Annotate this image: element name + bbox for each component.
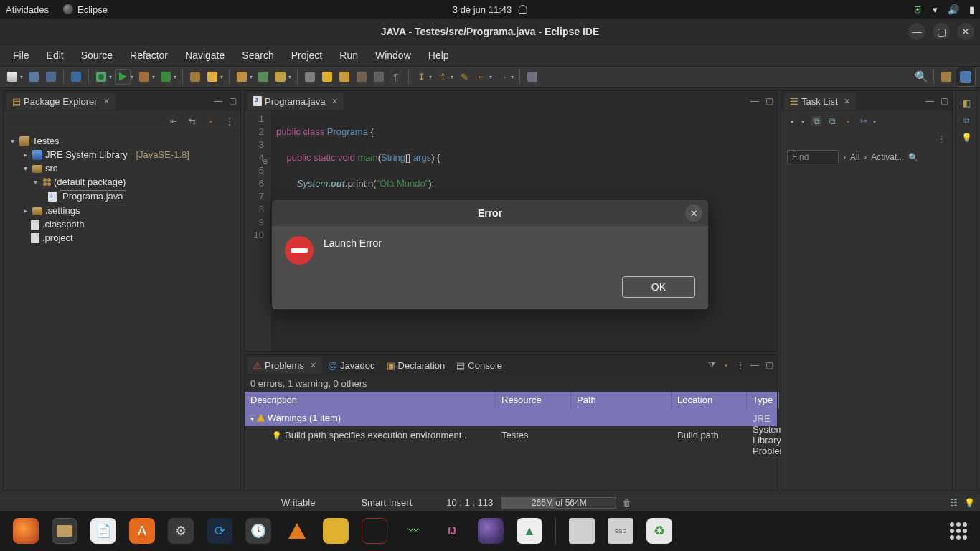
schedule-icon[interactable]: ⧉ bbox=[827, 116, 837, 126]
collapse-icon[interactable]: ✂ bbox=[859, 116, 869, 126]
package-explorer-tree[interactable]: ▾Testes ▸JRE System Library [JavaSE-1.8]… bbox=[4, 131, 240, 248]
pin-editor-button[interactable] bbox=[524, 69, 540, 85]
src-node[interactable]: ▾src bbox=[6, 161, 237, 175]
eclipse-dock-icon[interactable] bbox=[478, 518, 504, 544]
vlc-icon[interactable] bbox=[284, 518, 310, 544]
project-node[interactable]: ▾Testes bbox=[6, 134, 237, 148]
document-icon[interactable]: 📄 bbox=[90, 518, 116, 544]
wand-button[interactable] bbox=[273, 69, 288, 85]
minimize-view-icon[interactable]: — bbox=[750, 96, 760, 106]
debug-button[interactable] bbox=[93, 69, 109, 85]
toggle-mark-button[interactable] bbox=[319, 69, 335, 85]
show-whitespace-button[interactable] bbox=[354, 69, 369, 85]
active-app-menu[interactable]: Eclipse bbox=[63, 4, 108, 15]
table-header[interactable]: Description Resource Path Location Type bbox=[245, 392, 777, 409]
menu-source[interactable]: Source bbox=[72, 47, 121, 64]
collapse-all-icon[interactable]: ⇤ bbox=[169, 116, 179, 126]
skip-breakpoints-button[interactable] bbox=[68, 69, 84, 85]
notes-icon[interactable] bbox=[323, 518, 349, 544]
ssd-icon[interactable]: SSD bbox=[608, 518, 633, 544]
settings-icon[interactable]: ⚙ bbox=[168, 518, 194, 544]
next-annotation-button[interactable]: ↧ bbox=[413, 69, 429, 85]
view-menu-icon[interactable]: ⋮ bbox=[936, 134, 946, 144]
save-all-button[interactable] bbox=[43, 69, 59, 85]
close-icon[interactable]: ✕ bbox=[331, 97, 338, 106]
dialog-titlebar[interactable]: Error ✕ bbox=[272, 200, 708, 226]
lightbulb-icon[interactable]: 💡 bbox=[964, 498, 974, 508]
toggle-block-button[interactable] bbox=[336, 69, 352, 85]
close-button[interactable]: ✕ bbox=[957, 23, 974, 40]
tip-icon[interactable]: ☷ bbox=[948, 498, 958, 508]
close-icon[interactable]: ✕ bbox=[103, 97, 110, 106]
sync-icon[interactable]: ▪ bbox=[843, 116, 853, 126]
quick-access-button[interactable]: 🔍 bbox=[913, 69, 929, 85]
shield-icon[interactable]: ⛨ bbox=[913, 4, 923, 15]
filter-all[interactable]: All bbox=[850, 152, 859, 162]
jre-node[interactable]: ▸JRE System Library [JavaSE-1.8] bbox=[6, 148, 237, 161]
menu-run[interactable]: Run bbox=[331, 47, 367, 64]
search-icon[interactable]: 🔍 bbox=[908, 153, 918, 162]
problems-table[interactable]: Description Resource Path Location Type … bbox=[245, 392, 777, 490]
view-menu-icon[interactable]: ⋮ bbox=[735, 360, 745, 370]
focus-icon[interactable]: ▪ bbox=[721, 360, 731, 370]
prev-annotation-button[interactable]: ↥ bbox=[435, 69, 451, 85]
open-type-button[interactable] bbox=[234, 69, 250, 85]
new-package-button[interactable] bbox=[204, 69, 220, 85]
back-button[interactable]: ← bbox=[473, 69, 489, 85]
video-icon[interactable] bbox=[362, 518, 387, 544]
run-last-button[interactable] bbox=[158, 69, 174, 85]
minimize-view-icon[interactable]: — bbox=[925, 96, 935, 106]
java-file-node[interactable]: Programa.java bbox=[6, 189, 237, 204]
filter-icon[interactable]: ⧩ bbox=[707, 360, 717, 370]
menu-edit[interactable]: Edit bbox=[38, 47, 72, 64]
notifications-icon[interactable] bbox=[519, 5, 527, 14]
task-find-input[interactable]: Find bbox=[787, 150, 839, 164]
clocks-icon[interactable]: 🕓 bbox=[245, 518, 271, 544]
restore-view-icon[interactable]: ◧ bbox=[961, 98, 971, 108]
pilcrow-button[interactable]: ¶ bbox=[388, 69, 404, 85]
menu-navigate[interactable]: Navigate bbox=[176, 47, 233, 64]
firefox-icon[interactable] bbox=[13, 518, 39, 544]
maximize-view-icon[interactable]: ▢ bbox=[227, 96, 237, 106]
last-edit-button[interactable]: ✎ bbox=[456, 69, 472, 85]
save-button[interactable] bbox=[26, 69, 42, 85]
java-perspective-button[interactable] bbox=[956, 67, 976, 87]
wifi-icon[interactable]: ▾ bbox=[933, 4, 938, 15]
monitor-icon[interactable]: 〰 bbox=[400, 518, 426, 544]
android-studio-icon[interactable]: ▲ bbox=[517, 518, 542, 544]
new-task-icon[interactable]: ▪ bbox=[787, 116, 797, 126]
package-explorer-tab[interactable]: ▤ Package Explorer ✕ bbox=[6, 93, 116, 110]
new-java-project-button[interactable] bbox=[187, 69, 203, 85]
coverage-button[interactable] bbox=[136, 69, 152, 85]
outline-view-icon[interactable]: ⧉ bbox=[961, 116, 971, 126]
run-button[interactable] bbox=[115, 69, 131, 85]
default-package-node[interactable]: ▾(default package) bbox=[6, 175, 237, 189]
close-icon[interactable]: ✕ bbox=[310, 361, 316, 370]
projectfile-node[interactable]: .project bbox=[6, 231, 237, 245]
minimize-view-icon[interactable]: — bbox=[750, 360, 760, 370]
declaration-tab[interactable]: ▣Declaration bbox=[381, 357, 451, 374]
menu-help[interactable]: Help bbox=[420, 47, 458, 64]
gc-icon[interactable]: 🗑 bbox=[622, 498, 632, 508]
menu-project[interactable]: Project bbox=[283, 47, 331, 64]
minimize-view-icon[interactable]: — bbox=[213, 96, 223, 106]
maximize-view-icon[interactable]: ▢ bbox=[764, 360, 774, 370]
categorize-icon[interactable]: ⧉ bbox=[811, 116, 821, 126]
clock[interactable]: 3 de jun 11:43 bbox=[453, 4, 512, 15]
settings-node[interactable]: ▸.settings bbox=[6, 204, 237, 217]
close-icon[interactable]: ✕ bbox=[844, 97, 850, 106]
show-apps-button[interactable] bbox=[950, 522, 967, 540]
tasklist-tab[interactable]: ☰Task List✕ bbox=[784, 93, 856, 110]
open-perspective-button[interactable] bbox=[938, 69, 954, 85]
software-icon[interactable]: A bbox=[129, 518, 155, 544]
warning-row[interactable]: 💡Build path specifies execution environm… bbox=[245, 426, 777, 443]
link-editor-icon[interactable]: ⇆ bbox=[187, 116, 197, 126]
menu-refactor[interactable]: Refactor bbox=[121, 47, 176, 64]
maximize-view-icon[interactable]: ▢ bbox=[939, 96, 949, 106]
toggle-breadcrumb-button[interactable] bbox=[302, 69, 318, 85]
sync-icon[interactable]: ⟳ bbox=[207, 518, 232, 544]
dialog-close-button[interactable]: ✕ bbox=[685, 204, 702, 222]
filter-activate[interactable]: Activat... bbox=[871, 152, 904, 162]
battery-icon[interactable]: ▮ bbox=[969, 4, 974, 15]
editor-tab[interactable]: Programa.java ✕ bbox=[248, 93, 344, 110]
